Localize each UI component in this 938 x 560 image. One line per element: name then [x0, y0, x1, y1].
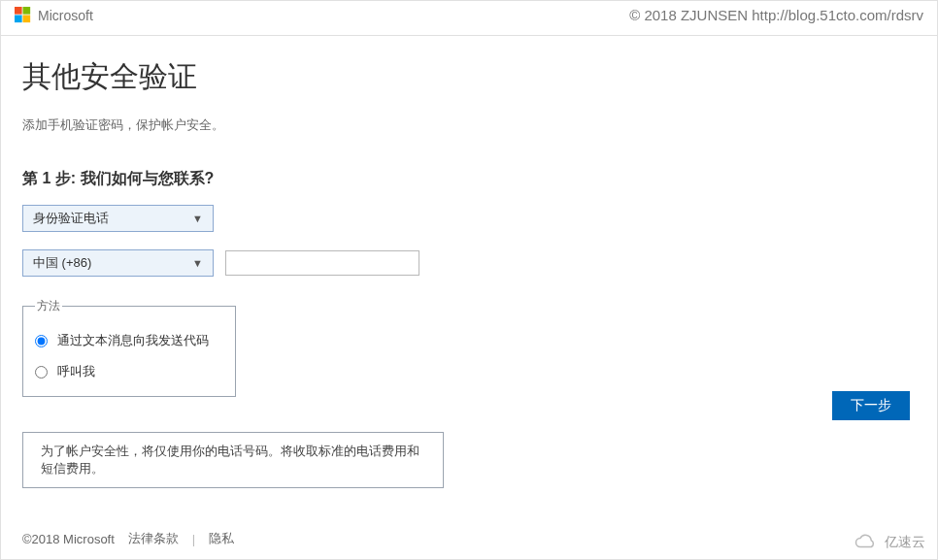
footer-copyright: ©2018 Microsoft [22, 532, 115, 546]
radio-sms-label: 通过文本消息向我发送代码 [57, 332, 209, 349]
legal-link[interactable]: 法律条款 [128, 530, 179, 547]
svg-rect-1 [23, 7, 31, 15]
svg-rect-0 [15, 7, 22, 15]
watermark-text: © 2018 ZJUNSEN http://blog.51cto.com/rds… [629, 7, 923, 23]
page-title: 其他安全验证 [22, 57, 916, 97]
brand-text: Microsoft [38, 8, 93, 23]
chevron-down-icon: ▼ [192, 213, 203, 224]
ms-square-icon [15, 7, 31, 23]
radio-sms-row[interactable]: 通过文本消息向我发送代码 [35, 332, 218, 349]
radio-call-row[interactable]: 呼叫我 [35, 363, 218, 380]
next-button[interactable]: 下一步 [832, 391, 910, 420]
page-subtitle: 添加手机验证密码，保护帐户安全。 [22, 116, 916, 134]
cloud-icon [852, 534, 881, 551]
microsoft-logo: Microsoft [15, 7, 93, 23]
auth-method-select[interactable]: 身份验证电话 ▼ [22, 205, 214, 232]
bottom-brand-text: 亿速云 [885, 534, 925, 551]
footer: ©2018 Microsoft 法律条款 | 隐私 [22, 530, 234, 547]
privacy-link[interactable]: 隐私 [209, 530, 234, 547]
country-select[interactable]: 中国 (+86) ▼ [22, 249, 214, 277]
auth-method-value: 身份验证电话 [33, 210, 109, 227]
method-legend: 方法 [35, 298, 62, 314]
phone-input[interactable] [225, 250, 419, 276]
method-fieldset: 方法 通过文本消息向我发送代码 呼叫我 [22, 298, 236, 397]
bottom-brand: 亿速云 [852, 534, 925, 551]
country-value: 中国 (+86) [33, 254, 91, 272]
svg-rect-2 [15, 16, 22, 23]
footer-separator: | [192, 532, 195, 546]
chevron-down-icon: ▼ [192, 257, 203, 269]
radio-call[interactable] [35, 366, 48, 379]
radio-sms[interactable] [35, 335, 48, 347]
security-notice: 为了帐户安全性，将仅使用你的电话号码。将收取标准的电话费用和短信费用。 [22, 432, 444, 488]
svg-rect-3 [23, 16, 31, 23]
radio-call-label: 呼叫我 [57, 363, 95, 380]
step-heading: 第 1 步: 我们如何与您联系? [22, 169, 916, 189]
